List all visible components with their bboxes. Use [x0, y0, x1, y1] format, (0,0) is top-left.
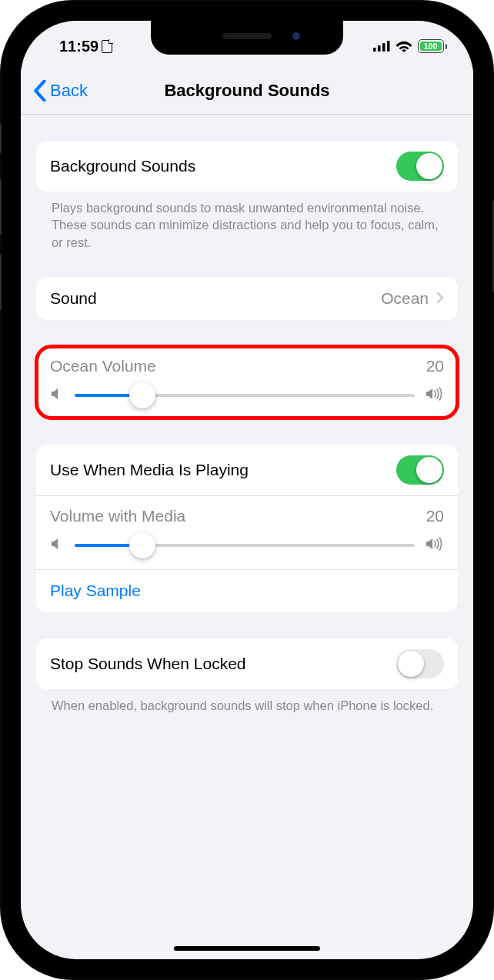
- volume-with-media-value: 20: [426, 507, 444, 525]
- locked-group: Stop Sounds When Locked: [36, 638, 458, 689]
- ocean-volume-slider[interactable]: [75, 394, 415, 397]
- nav-header: Back Background Sounds: [21, 67, 473, 115]
- background-sounds-footer: Plays background sounds to mask unwanted…: [36, 192, 458, 251]
- stop-when-locked-toggle-row[interactable]: Stop Sounds When Locked: [36, 638, 458, 689]
- notch: [151, 21, 343, 55]
- locked-footer: When enabled, background sounds will sto…: [36, 689, 458, 714]
- battery-icon: 100: [418, 39, 448, 53]
- speaker-high-icon: [426, 536, 444, 555]
- speaker-high-icon: [426, 386, 444, 405]
- sound-group: Sound Ocean: [36, 277, 458, 320]
- play-sample-row[interactable]: Play Sample: [36, 569, 458, 612]
- back-label: Back: [50, 81, 88, 101]
- device-frame: 11:59 100: [0, 0, 494, 980]
- back-button[interactable]: Back: [33, 67, 88, 114]
- svg-rect-2: [382, 43, 386, 52]
- volume-down-button: [0, 254, 2, 311]
- use-when-media-label: Use When Media Is Playing: [50, 461, 389, 479]
- page-title: Background Sounds: [164, 81, 329, 101]
- volume-up-button: [0, 178, 2, 235]
- status-time: 11:59: [59, 38, 98, 55]
- volume-with-media-label: Volume with Media: [50, 507, 185, 525]
- use-when-media-toggle-row[interactable]: Use When Media Is Playing: [36, 445, 458, 495]
- content: Background Sounds Plays background sound…: [21, 115, 473, 959]
- svg-rect-0: [373, 48, 376, 52]
- sound-value: Ocean: [381, 289, 429, 308]
- chevron-left-icon: [33, 80, 47, 102]
- svg-rect-3: [387, 41, 390, 52]
- use-when-media-toggle[interactable]: [396, 455, 444, 485]
- background-sounds-toggle-row[interactable]: Background Sounds: [36, 141, 458, 192]
- media-group: Use When Media Is Playing Volume with Me…: [36, 445, 458, 612]
- sound-label: Sound: [50, 289, 373, 308]
- sound-row[interactable]: Sound Ocean: [36, 277, 458, 320]
- speaker-low-icon: [50, 387, 64, 404]
- home-indicator[interactable]: [174, 946, 320, 951]
- background-sounds-toggle[interactable]: [396, 152, 444, 181]
- chevron-right-icon: [436, 289, 444, 308]
- volume-with-media-row: Volume with Media 20: [36, 495, 458, 569]
- stop-when-locked-label: Stop Sounds When Locked: [50, 655, 389, 673]
- volume-with-media-slider[interactable]: [75, 544, 415, 547]
- cellular-icon: [373, 41, 390, 52]
- silence-switch: [0, 123, 2, 154]
- stop-when-locked-toggle[interactable]: [396, 649, 444, 678]
- ocean-volume-label: Ocean Volume: [50, 357, 156, 375]
- svg-rect-1: [378, 45, 381, 52]
- speaker-low-icon: [50, 536, 64, 555]
- play-sample-link[interactable]: Play Sample: [50, 582, 141, 600]
- sim-icon: [102, 40, 112, 53]
- background-sounds-group: Background Sounds: [36, 141, 458, 192]
- ocean-volume-group: Ocean Volume 20: [36, 346, 458, 418]
- ocean-volume-row: Ocean Volume 20: [36, 346, 458, 418]
- background-sounds-label: Background Sounds: [50, 157, 389, 175]
- ocean-volume-highlight: Ocean Volume 20: [36, 346, 458, 418]
- screen: 11:59 100: [21, 21, 473, 959]
- ocean-volume-value: 20: [426, 357, 444, 375]
- wifi-icon: [396, 40, 412, 52]
